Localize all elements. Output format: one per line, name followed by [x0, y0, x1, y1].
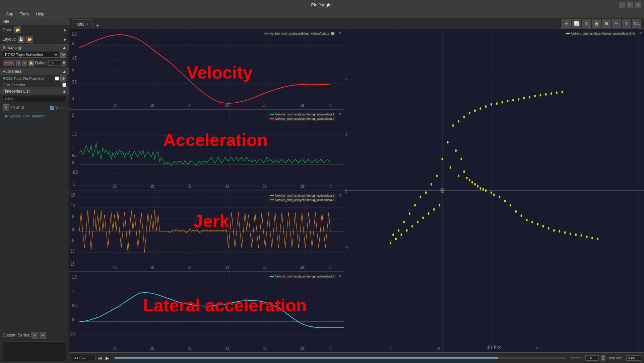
layout-load-btn[interactable]: 📂 [26, 36, 33, 43]
jerk-legend: /vehicle_cmd_analyzer/debug_values/data.… [268, 194, 336, 202]
svg-point-181 [496, 102, 498, 105]
tree-expand-icon: ▶ [5, 114, 8, 118]
edit-series-btn[interactable]: ✏ [40, 332, 46, 339]
tree-item-vehicle[interactable]: ▶ vehicle_cmd_analyzer [0, 113, 69, 119]
svg-point-202 [411, 225, 413, 228]
svg-text:0.5: 0.5 [72, 303, 77, 308]
svg-point-166 [591, 237, 593, 240]
publishers-section: Publishers ▲ ROS2 Topic Re-Publisher ⚙ C… [0, 68, 69, 88]
jerk-legend-label1: /vehicle_cmd_analyzer/debug_values/data.… [275, 194, 334, 197]
tab-tab1[interactable]: tab1 × [72, 19, 92, 29]
values-checkbox[interactable] [50, 106, 54, 110]
streaming-controls: Stop ⏸ ⏺ 🔔 Buffer: 15 ▼ [0, 58, 69, 68]
delete-series-btn[interactable]: 🗑 [3, 104, 9, 111]
toolbar-chart-btn[interactable]: 📈 [572, 19, 581, 28]
toolbar-grid-btn[interactable]: ⊞ [602, 19, 611, 28]
svg-point-174 [458, 120, 459, 123]
svg-point-184 [512, 99, 514, 102]
lateral-close[interactable]: × [339, 273, 342, 278]
svg-text:30: 30 [150, 184, 154, 189]
menu-app[interactable]: App [3, 10, 16, 18]
toolbar-crosshair-btn[interactable]: ✛ [562, 19, 571, 28]
layout-label: Layout: [3, 37, 16, 42]
velocity-legend-color [264, 33, 268, 34]
layout-save-btn[interactable]: 💾 [18, 36, 24, 43]
svg-text:28: 28 [113, 346, 117, 351]
svg-point-153 [520, 214, 522, 217]
speed-up-btn[interactable]: ▲ [601, 355, 605, 358]
file-header[interactable]: File [0, 18, 69, 25]
toolbar-right: ✛ 📈 ≡ 🔒 ⊞ ✏ T 11:1 [559, 19, 644, 28]
speed-input[interactable]: 1.0 [585, 355, 599, 361]
velocity-legend-label: /vehicle_cmd_analyzer/debug_values/data.… [269, 32, 329, 35]
svg-point-169 [466, 177, 468, 179]
svg-point-133 [469, 179, 470, 182]
svg-text:36: 36 [263, 184, 266, 189]
menu-help[interactable]: Help [33, 10, 48, 18]
stop-btn[interactable]: Stop [3, 60, 15, 66]
play-btn[interactable]: ▶ [106, 355, 109, 361]
pause-btn[interactable]: ⏸ [16, 60, 21, 66]
velocity-svg: 5.5 5 4.5 4 3.5 3 [69, 29, 344, 109]
toolbar-text-btn[interactable]: T [622, 19, 631, 28]
add-series-btn[interactable]: + [31, 332, 38, 339]
jerk-legend-color2 [270, 199, 274, 200]
ros2-republisher-gear[interactable]: ⚙ [60, 75, 66, 82]
toolbar-list-btn[interactable]: ≡ [582, 19, 591, 28]
csv-exporter-checkbox[interactable] [62, 83, 66, 87]
svg-text:15: 15 [71, 192, 75, 198]
speed-down-btn[interactable]: ▼ [601, 358, 605, 361]
svg-point-171 [477, 185, 478, 188]
content-area: tab1 × + ✛ 📈 ≡ 🔒 ⊞ ✏ T 11:1 [69, 18, 644, 363]
values-check: Values [50, 106, 66, 110]
minimize-btn[interactable]: ─ [619, 2, 625, 8]
add-tab-btn[interactable]: + [94, 23, 101, 29]
publishers-header[interactable]: Publishers ▲ [0, 68, 69, 75]
svg-text:32: 32 [188, 265, 192, 270]
toolbar-lock-btn[interactable]: 🔒 [592, 19, 601, 28]
svg-text:1: 1 [345, 132, 347, 137]
publishers-collapse-icon: ▲ [62, 69, 66, 74]
xy-close[interactable]: × [639, 30, 642, 36]
svg-point-158 [548, 227, 550, 230]
svg-text:3.5: 3.5 [72, 79, 77, 85]
close-btn[interactable]: × [635, 2, 641, 8]
file-section: File [0, 18, 69, 25]
acceleration-dots: ... [205, 111, 208, 115]
step-input[interactable]: 0.00 [626, 355, 641, 361]
svg-point-164 [580, 234, 582, 237]
buffer-minus-btn[interactable]: ▼ [62, 60, 66, 66]
svg-text:36: 36 [263, 346, 266, 351]
buffer-input[interactable]: 15 [48, 60, 60, 66]
xy-legend: /vehicle_cmd_analyzer/debug_values/data.… [565, 32, 636, 36]
svg-point-201 [417, 221, 418, 223]
menu-tools[interactable]: Tools [16, 10, 33, 18]
notify-btn[interactable]: 🔔 [28, 60, 34, 66]
subscriber-select[interactable]: ROS2 Topic Subscriber [3, 52, 59, 58]
svg-text:1.5: 1.5 [72, 132, 77, 137]
time-display[interactable]: 41.067 [72, 355, 95, 361]
tab1-close[interactable]: × [86, 22, 88, 26]
filter-input[interactable] [3, 96, 66, 102]
timeline-slider[interactable] [115, 357, 566, 359]
ros2-republisher-row: ROS2 Topic Re-Publisher ⚙ [0, 75, 69, 82]
streaming-section: Streaming ▲ ROS2 Topic Subscriber ⚙ Stop… [0, 44, 69, 68]
restart-btn[interactable]: ⏮ [98, 355, 103, 361]
svg-text:40: 40 [329, 346, 332, 351]
xy-legend-color [566, 33, 570, 34]
maximize-btn[interactable]: □ [627, 2, 633, 8]
streaming-header[interactable]: Streaming ▲ [0, 44, 69, 51]
series-count: 10 of 10 [11, 106, 24, 110]
svg-text:2: 2 [536, 346, 538, 352]
jerk-close[interactable]: × [339, 192, 342, 198]
acceleration-close[interactable]: × [339, 111, 342, 116]
data-load-btn[interactable]: 📁 [14, 27, 21, 33]
ros2-republisher-checkbox[interactable] [55, 76, 59, 81]
subscriber-gear-btn[interactable]: ⚙ [60, 52, 66, 58]
timeseries-header[interactable]: Timeseries List ▲ [0, 88, 69, 95]
record-btn[interactable]: ⏺ [22, 60, 27, 66]
toolbar-ratio-btn[interactable]: 11:1 [632, 19, 641, 28]
velocity-close[interactable]: × [339, 30, 342, 36]
toolbar-edit-btn[interactable]: ✏ [612, 19, 621, 28]
jerk-legend-label2: /vehicle_cmd_analyzer/debug_values/data.… [275, 198, 334, 202]
